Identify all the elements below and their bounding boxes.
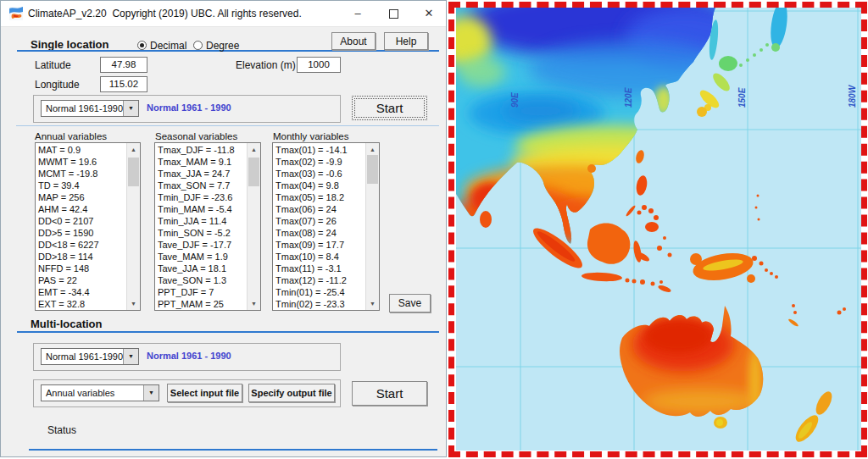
section-separator <box>16 125 439 126</box>
graticule-label-150e: 150E <box>737 87 747 108</box>
list-item[interactable]: Tave_MAM = 1.9 <box>155 251 248 263</box>
longitude-input[interactable]: 115.02 <box>100 76 147 92</box>
latitude-input[interactable]: 47.98 <box>100 57 147 73</box>
chevron-down-icon[interactable]: ▼ <box>123 101 138 116</box>
list-item[interactable]: Tmin(01) = -25.4 <box>273 286 366 298</box>
list-item[interactable]: MCMT = -19.8 <box>36 168 127 180</box>
annual-scrollbar[interactable]: ▲ ▼ <box>126 143 140 310</box>
list-item[interactable]: Tave_DJF = -17.7 <box>155 239 248 251</box>
list-item[interactable]: MAT = 0.9 <box>36 144 127 156</box>
list-item[interactable]: TD = 39.4 <box>36 180 127 191</box>
single-period-dropdown[interactable]: Normal 1961-1990 ▼ <box>41 100 139 117</box>
list-item[interactable]: Tmax(07) = 26 <box>273 215 366 227</box>
select-input-file-button[interactable]: Select input file <box>167 384 242 402</box>
list-item[interactable]: Tave_JJA = 18.1 <box>155 263 248 274</box>
scroll-up-icon[interactable]: ▲ <box>127 143 140 156</box>
list-item[interactable]: Tmax(09) = 17.7 <box>273 239 366 251</box>
list-item[interactable]: Tmax(02) = -9.9 <box>273 156 366 168</box>
scroll-up-icon[interactable]: ▲ <box>248 143 260 156</box>
specify-output-file-button[interactable]: Specify output file <box>248 384 335 402</box>
scroll-up-icon[interactable]: ▲ <box>366 143 379 156</box>
multi-variables-dropdown[interactable]: Annual variables ▼ <box>41 384 159 401</box>
list-item[interactable]: Tmin_DJF = -23.6 <box>155 191 248 203</box>
longitude-label: Longitude <box>35 79 80 91</box>
maximize-icon[interactable] <box>379 1 408 25</box>
save-button[interactable]: Save <box>389 294 431 312</box>
scroll-thumb[interactable] <box>367 155 378 184</box>
multi-start-button[interactable]: Start <box>352 381 427 406</box>
list-item[interactable]: Tmax_SON = 7.7 <box>155 180 248 191</box>
list-item[interactable]: PAS = 22 <box>36 274 127 286</box>
list-item[interactable]: MWMT = 19.6 <box>36 156 127 168</box>
list-item[interactable]: EXT = 32.8 <box>36 298 127 309</box>
list-item[interactable]: Tmax(12) = -11.2 <box>273 274 366 286</box>
list-item[interactable]: PPT_MAM = 25 <box>155 298 248 309</box>
list-item[interactable]: Tmax(11) = -3.1 <box>273 263 366 274</box>
single-period-dropdown-value: Normal 1961-1990 <box>42 101 123 116</box>
monthly-variables-list[interactable]: Tmax(01) = -14.1Tmax(02) = -9.9Tmax(03) … <box>272 142 380 311</box>
monthly-variables-items: Tmax(01) = -14.1Tmax(02) = -9.9Tmax(03) … <box>273 144 366 309</box>
single-start-button[interactable]: Start <box>352 96 427 120</box>
minimize-icon[interactable]: – <box>343 1 372 25</box>
seasonal-scrollbar[interactable]: ▲ ▼ <box>247 143 260 310</box>
list-item[interactable]: Tmax(06) = 24 <box>273 203 366 215</box>
status-rule <box>29 449 437 451</box>
scroll-thumb[interactable] <box>128 158 139 186</box>
tasmania-core <box>716 419 723 426</box>
annual-variables-list[interactable]: MAT = 0.9MWMT = 19.6MCMT = -19.8TD = 39.… <box>35 142 141 311</box>
list-item[interactable]: Tmax(04) = 9.8 <box>273 180 366 191</box>
seasonal-variables-list[interactable]: Tmax_DJF = -11.8Tmax_MAM = 9.1Tmax_JJA =… <box>154 142 261 311</box>
chevron-down-icon[interactable]: ▼ <box>123 349 138 364</box>
list-item[interactable]: Tmax(01) = -14.1 <box>273 144 366 156</box>
scroll-thumb[interactable] <box>248 158 259 186</box>
annual-variables-items: MAT = 0.9MWMT = 19.6MCMT = -19.8TD = 39.… <box>36 144 127 309</box>
monthly-variables-label: Monthly variables <box>273 131 348 141</box>
degree-radio[interactable] <box>193 41 203 50</box>
about-button[interactable]: About <box>331 32 376 50</box>
elevation-input[interactable]: 1000 <box>297 57 341 73</box>
multi-location-heading: Multi-location <box>31 318 103 330</box>
chevron-down-icon[interactable]: ▼ <box>143 385 159 401</box>
monthly-scrollbar[interactable]: ▲ ▼ <box>365 143 379 310</box>
list-item[interactable]: Tmax(05) = 18.2 <box>273 191 366 203</box>
multi-period-dropdown-value: Normal 1961-1990 <box>42 349 123 364</box>
scroll-down-icon[interactable]: ▼ <box>248 297 260 310</box>
climateap-window: ClimateAP_v2.20 Copyright (2019) UBC. Al… <box>0 0 447 457</box>
graticule-label-120e: 120E <box>624 87 633 108</box>
list-item[interactable]: EMT = -34.4 <box>36 286 127 298</box>
multi-location-rule <box>17 331 439 333</box>
list-item[interactable]: DD>18 = 114 <box>36 251 127 263</box>
list-item[interactable]: Tmax_MAM = 9.1 <box>155 156 248 168</box>
multi-period-info: Normal 1961 - 1990 <box>147 351 231 361</box>
list-item[interactable]: Tmax(10) = 8.4 <box>273 251 366 263</box>
seasonal-variables-items: Tmax_DJF = -11.8Tmax_MAM = 9.1Tmax_JJA =… <box>155 144 248 309</box>
list-item[interactable]: Tmin(02) = -23.3 <box>273 298 366 309</box>
list-item[interactable]: PPT_DJF = 7 <box>155 286 248 298</box>
list-item[interactable]: Tmin_SON = -5.2 <box>155 227 248 239</box>
list-item[interactable]: DD<0 = 2107 <box>36 215 127 227</box>
list-item[interactable]: Tmin_MAM = -5.4 <box>155 203 248 215</box>
list-item[interactable]: AHM = 42.4 <box>36 203 127 215</box>
decimal-radio-label: Decimal <box>150 40 186 52</box>
list-item[interactable]: Tmin_JJA = 11.4 <box>155 215 248 227</box>
list-item[interactable]: NFFD = 148 <box>36 263 127 274</box>
multi-variables-dropdown-value: Annual variables <box>42 385 143 401</box>
list-item[interactable]: Tave_SON = 1.3 <box>155 274 248 286</box>
multi-period-dropdown[interactable]: Normal 1961-1990 ▼ <box>41 348 139 365</box>
list-item[interactable]: Tmax(08) = 24 <box>273 227 366 239</box>
list-item[interactable]: Tmax(03) = -0.6 <box>273 168 366 180</box>
decimal-radio[interactable] <box>137 41 147 50</box>
scroll-down-icon[interactable]: ▼ <box>127 297 140 310</box>
list-item[interactable]: DD>5 = 1590 <box>36 227 127 239</box>
list-item[interactable]: MAP = 256 <box>36 191 127 203</box>
scroll-down-icon[interactable]: ▼ <box>366 297 379 310</box>
list-item[interactable]: Tmax_JJA = 24.7 <box>155 168 248 180</box>
elevation-label: Elevation (m) <box>236 59 296 71</box>
list-item[interactable]: DD<18 = 6227 <box>36 239 127 251</box>
close-icon[interactable]: ✕ <box>415 1 443 25</box>
single-location-heading: Single location <box>31 38 108 51</box>
help-button[interactable]: Help <box>384 32 428 50</box>
list-item[interactable]: Tmax_DJF = -11.8 <box>155 144 248 156</box>
status-label: Status <box>47 424 76 436</box>
maximize-glyph <box>389 9 398 19</box>
